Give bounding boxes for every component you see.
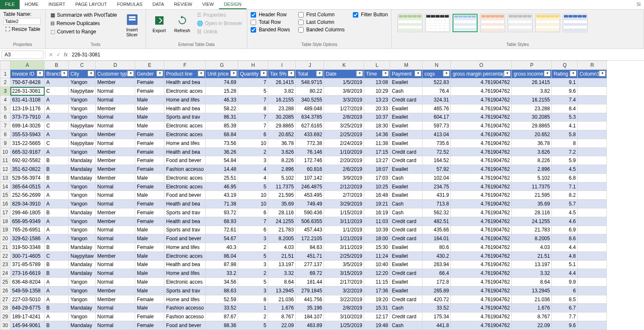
data-cell[interactable]: Yangon: [69, 191, 96, 200]
data-cell[interactable]: 4.761904762: [451, 130, 512, 139]
data-cell[interactable]: 87.67: [206, 312, 238, 321]
data-cell[interactable]: 4.761904762: [451, 165, 512, 174]
data-cell[interactable]: 4.761904762: [451, 104, 512, 113]
data-cell[interactable]: 226-31-3081: [10, 87, 45, 96]
row-header[interactable]: 10: [0, 147, 10, 156]
data-cell[interactable]: 58.22: [206, 104, 238, 113]
data-cell[interactable]: 88.36: [206, 321, 238, 330]
data-cell[interactable]: 10:25: [364, 182, 390, 191]
data-cell[interactable]: 4.761904762: [451, 321, 512, 330]
data-cell[interactable]: Health and bea: [164, 217, 206, 226]
data-cell[interactable]: 3.82: [512, 87, 552, 96]
data-cell[interactable]: 465.76: [423, 104, 451, 113]
data-cell[interactable]: Mandalay: [69, 173, 96, 182]
data-cell[interactable]: Male: [135, 278, 164, 287]
data-cell[interactable]: 19:21: [364, 200, 390, 208]
data-cell[interactable]: B: [45, 165, 69, 174]
data-cell[interactable]: 1/25/2019: [324, 321, 364, 330]
data-cell[interactable]: [578, 191, 607, 200]
data-cell[interactable]: 10: [238, 139, 268, 147]
data-cell[interactable]: 145-94-9061: [10, 321, 45, 330]
data-cell[interactable]: Sports and trav: [164, 226, 206, 234]
data-cell[interactable]: Credit card: [390, 269, 423, 278]
data-cell[interactable]: 10:39: [364, 226, 390, 234]
data-cell[interactable]: [578, 226, 607, 234]
table-header-cell[interactable]: cogs▼: [423, 69, 451, 78]
data-cell[interactable]: Yangon: [69, 226, 96, 234]
data-cell[interactable]: Food and bever: [164, 191, 206, 200]
data-cell[interactable]: 5: [238, 278, 268, 287]
data-cell[interactable]: 28.116: [512, 208, 552, 217]
data-cell[interactable]: 30.2085: [268, 113, 296, 122]
data-cell[interactable]: Member: [96, 165, 135, 174]
data-cell[interactable]: 29.8865: [512, 122, 552, 130]
data-cell[interactable]: 1/1/2019: [324, 226, 364, 234]
table-header-cell[interactable]: Product line▼: [164, 69, 206, 78]
menu-insert[interactable]: INSERT: [43, 0, 70, 9]
data-cell[interactable]: 17:03: [364, 173, 390, 182]
export-button[interactable]: Export: [149, 11, 169, 36]
data-cell[interactable]: C: [45, 139, 69, 147]
table-style-swatch[interactable]: [508, 14, 533, 32]
data-cell[interactable]: [578, 87, 607, 96]
data-cell[interactable]: Health and bea: [164, 104, 206, 113]
data-cell[interactable]: [578, 173, 607, 182]
data-cell[interactable]: 13:27: [364, 156, 390, 165]
data-cell[interactable]: Ewallet: [390, 139, 423, 147]
data-cell[interactable]: 2/6/2019: [324, 165, 364, 174]
data-cell[interactable]: 7.2: [552, 147, 578, 156]
data-cell[interactable]: 10: [238, 191, 268, 200]
data-cell[interactable]: 12:17: [364, 312, 390, 321]
table-header-cell[interactable]: Gender▼: [135, 69, 164, 78]
data-cell[interactable]: 9.9: [552, 278, 578, 287]
data-cell[interactable]: Male: [135, 191, 164, 200]
filter-dropdown-icon[interactable]: ▼: [61, 71, 68, 76]
data-cell[interactable]: 21.51: [268, 251, 296, 260]
row-header[interactable]: 17: [0, 208, 10, 217]
column-header[interactable]: J: [296, 61, 324, 70]
data-cell[interactable]: [578, 295, 607, 304]
data-cell[interactable]: Female: [135, 182, 164, 191]
data-cell[interactable]: 246.4875: [296, 182, 324, 191]
data-cell[interactable]: 627.6165: [296, 122, 324, 130]
column-header[interactable]: Q: [552, 61, 578, 70]
data-cell[interactable]: 30.2085: [512, 113, 552, 122]
data-cell[interactable]: 11:03: [364, 217, 390, 226]
data-cell[interactable]: Electronic acces: [164, 87, 206, 96]
row-header[interactable]: 20: [0, 234, 10, 243]
data-cell[interactable]: 3.82: [268, 87, 296, 96]
remove-dupes-button[interactable]: ⊟Remove Duplicates: [49, 20, 118, 27]
data-cell[interactable]: 4.761904762: [451, 269, 512, 278]
fx-icon[interactable]: fx: [64, 52, 68, 58]
data-cell[interactable]: Ewallet: [390, 122, 423, 130]
data-cell[interactable]: 17:36: [364, 286, 390, 295]
data-cell[interactable]: 17:15: [364, 147, 390, 156]
data-cell[interactable]: 72.52: [423, 147, 451, 156]
filter-dropdown-icon[interactable]: ▼: [382, 71, 389, 76]
table-style-swatch[interactable]: [480, 14, 505, 32]
data-cell[interactable]: 3/2/2019: [324, 286, 364, 295]
data-cell[interactable]: Home and lifes: [164, 243, 206, 252]
data-cell[interactable]: 2/17/2019: [324, 278, 364, 287]
data-cell[interactable]: 26.1415: [512, 78, 552, 87]
data-cell[interactable]: 2/20/2019: [324, 156, 364, 165]
data-cell[interactable]: Mandalay: [69, 304, 96, 312]
data-cell[interactable]: 749.49: [296, 200, 324, 208]
table-header-cell[interactable]: gross income▼: [512, 69, 552, 78]
data-cell[interactable]: 482.51: [423, 217, 451, 226]
data-cell[interactable]: A: [45, 226, 69, 234]
row-header[interactable]: 18: [0, 217, 10, 226]
data-cell[interactable]: B: [45, 208, 69, 217]
formula-input[interactable]: [71, 51, 641, 58]
data-cell[interactable]: [578, 130, 607, 139]
data-cell[interactable]: B: [45, 321, 69, 330]
data-cell[interactable]: Male: [135, 251, 164, 260]
data-cell[interactable]: 4.761904762: [451, 312, 512, 321]
data-cell[interactable]: 5.1: [552, 260, 578, 269]
data-cell[interactable]: 102.04: [423, 173, 451, 182]
filter-dropdown-icon[interactable]: ▼: [88, 71, 94, 76]
row-header[interactable]: 11: [0, 156, 10, 165]
data-cell[interactable]: [578, 312, 607, 321]
data-cell[interactable]: 590.436: [296, 208, 324, 217]
data-cell[interactable]: 172.746: [296, 156, 324, 165]
